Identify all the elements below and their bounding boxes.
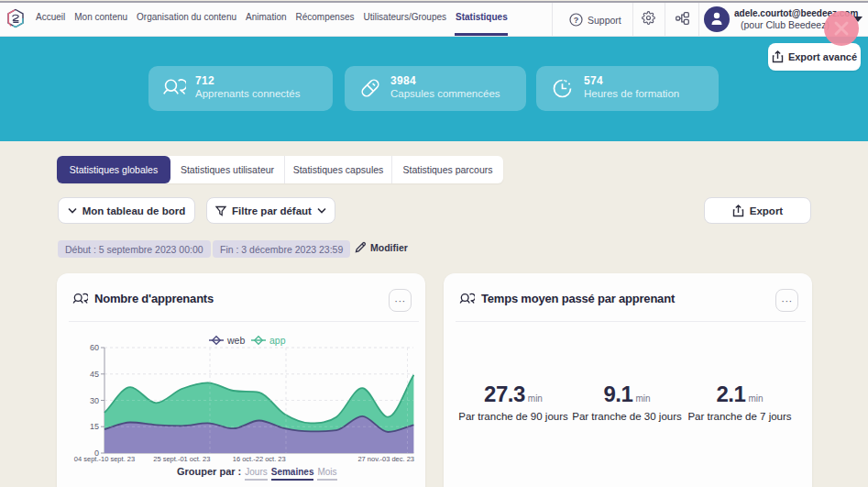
svg-text:25 sept.-01 oct. 23: 25 sept.-01 oct. 23 xyxy=(153,455,210,463)
svg-text:app: app xyxy=(269,335,286,346)
svg-text:web: web xyxy=(226,335,245,346)
svg-text:45: 45 xyxy=(90,370,99,379)
svg-text:30: 30 xyxy=(90,396,99,405)
svg-text:16 oct.-22 oct. 23: 16 oct.-22 oct. 23 xyxy=(233,455,286,463)
svg-text:60: 60 xyxy=(90,343,99,352)
svg-text:27 nov.-03 dec. 23: 27 nov.-03 dec. 23 xyxy=(357,455,414,463)
svg-text:04 sept.-10 sept. 23: 04 sept.-10 sept. 23 xyxy=(74,455,135,463)
svg-text:?: ? xyxy=(574,16,579,25)
svg-text:15: 15 xyxy=(90,422,99,431)
